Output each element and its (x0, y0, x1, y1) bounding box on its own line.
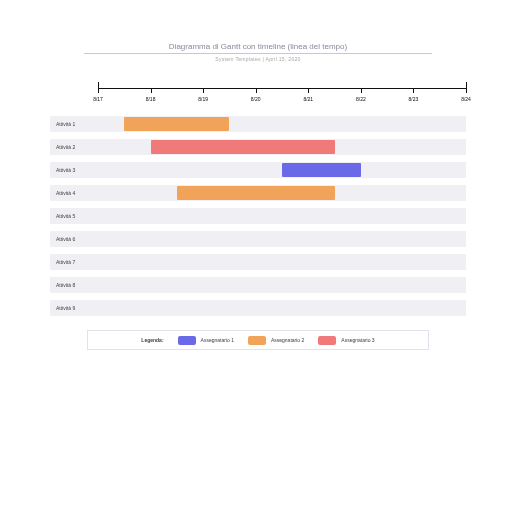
axis-tick-label: 8/17 (93, 96, 103, 102)
legend-text: Assegnatario 3 (341, 337, 374, 343)
axis-tick (151, 88, 152, 93)
row-label: Attività 4 (56, 185, 75, 201)
legend: Legenda: Assegnatario 1 Assegnatario 2 A… (87, 330, 429, 350)
axis-tick (308, 88, 309, 93)
legend-text: Assegnatario 1 (201, 337, 234, 343)
swatch-icon (178, 336, 196, 345)
row-label: Attività 3 (56, 162, 75, 178)
legend-item: Assegnatario 1 (178, 336, 234, 345)
axis-tick (466, 82, 467, 93)
axis-tick-label: 8/20 (251, 96, 261, 102)
gantt-row: Attività 2 (50, 139, 466, 155)
row-label: Attività 2 (56, 139, 75, 155)
row-label: Attività 5 (56, 208, 75, 224)
axis-tick-label: 8/22 (356, 96, 366, 102)
legend-text: Assegnatario 2 (271, 337, 304, 343)
gantt-bar (177, 186, 335, 200)
axis-tick-label: 8/19 (198, 96, 208, 102)
axis-line (98, 88, 466, 89)
axis-tick-label: 8/23 (409, 96, 419, 102)
axis-tick-label: 8/21 (303, 96, 313, 102)
chart-container: Diagramma di Gantt con timeline (linea d… (0, 0, 516, 350)
axis-tick-label: 8/18 (146, 96, 156, 102)
gantt-row: Attività 8 (50, 277, 466, 293)
timeline-axis: 8/178/188/198/208/218/228/238/24 (98, 80, 466, 116)
gantt-row: Attività 5 (50, 208, 466, 224)
gantt-row: Attività 9 (50, 300, 466, 316)
chart-title: Diagramma di Gantt con timeline (linea d… (84, 42, 432, 54)
swatch-icon (248, 336, 266, 345)
axis-tick (361, 88, 362, 93)
row-label: Attività 9 (56, 300, 75, 316)
axis-tick-label: 8/24 (461, 96, 471, 102)
gantt-row: Attività 3 (50, 162, 466, 178)
row-label: Attività 6 (56, 231, 75, 247)
gantt-row: Attività 6 (50, 231, 466, 247)
gantt-row: Attività 7 (50, 254, 466, 270)
axis-tick (413, 88, 414, 93)
axis-tick (256, 88, 257, 93)
gantt-row: Attività 1 (50, 116, 466, 132)
legend-item: Assegnatario 2 (248, 336, 304, 345)
gantt-row: Attività 4 (50, 185, 466, 201)
chart-subtitle: System Templates | April 15, 2020 (34, 56, 482, 62)
row-label: Attività 1 (56, 116, 75, 132)
legend-item: Assegnatario 3 (318, 336, 374, 345)
gantt-bar (282, 163, 361, 177)
swatch-icon (318, 336, 336, 345)
gantt-rows: Attività 1Attività 2Attività 3Attività 4… (50, 116, 466, 316)
axis-tick (98, 82, 99, 93)
row-label: Attività 7 (56, 254, 75, 270)
gantt-bar (151, 140, 335, 154)
axis-tick (203, 88, 204, 93)
legend-label: Legenda: (141, 337, 163, 343)
row-label: Attività 8 (56, 277, 75, 293)
gantt-bar (124, 117, 229, 131)
